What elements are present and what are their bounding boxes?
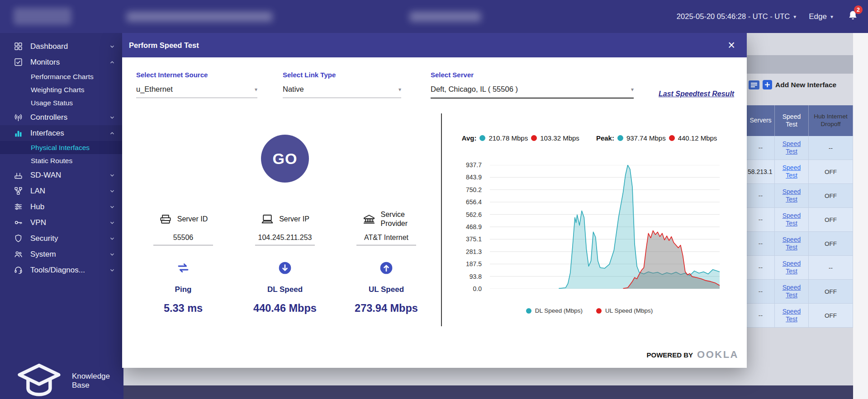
edge-selector[interactable]: Edge ▾ (809, 12, 833, 21)
chevron-down-icon: ▾ (631, 86, 634, 93)
edge-label: Edge (809, 12, 827, 21)
internet-source-select[interactable]: Select Internet Source u_Ethernet ▾ (136, 71, 257, 98)
redacted-device-text (127, 12, 272, 22)
speed-test-link[interactable]: Speed Test (780, 164, 803, 180)
avg-dl-value: 210.78 Mbps (489, 134, 528, 142)
speed-test-link[interactable]: Speed Test (780, 236, 803, 252)
chevron-down-icon (109, 172, 115, 178)
sidebar-item-weighting-charts[interactable]: Weighting Charts (0, 83, 123, 96)
ul-speed-block: UL Speed 273.94 Mbps (337, 261, 436, 315)
sidebar-item-dashboard[interactable]: Dashboard (0, 38, 123, 54)
table-row: -- Speed Test OFF (747, 208, 853, 232)
notifications-button[interactable]: 2 (847, 9, 859, 23)
sidebar-item-security[interactable]: Security (0, 230, 123, 246)
sidebar-item-label: Hub (30, 202, 44, 211)
sidebar-item-vpn[interactable]: VPN (0, 215, 123, 230)
speed-chart-svg (490, 165, 720, 289)
sidebar-item-static-routes[interactable]: Static Routes (0, 154, 123, 167)
dropoff-cell: OFF (809, 160, 853, 183)
y-tick-label: 750.2 (455, 186, 482, 194)
sidebar-item-lan[interactable]: LAN (0, 183, 123, 199)
sidebar-item-controllers[interactable]: Controllers (0, 109, 123, 125)
sidebar-item-label: Dashboard (30, 42, 68, 51)
sidebar: Dashboard Monitors Performance Charts We… (0, 33, 123, 399)
redacted-logo (14, 8, 71, 25)
scrollbar-track[interactable] (853, 33, 868, 399)
add-new-interface-label: Add New Interface (775, 81, 836, 89)
sidebar-item-label: LAN (30, 187, 45, 196)
speed-test-link[interactable]: Speed Test (780, 284, 803, 300)
sidebar-item-label: Interfaces (30, 129, 64, 138)
close-icon[interactable]: × (728, 39, 735, 52)
sliders-icon (14, 202, 23, 211)
server-select-label: Select Server (431, 71, 634, 79)
sidebar-item-interfaces[interactable]: Interfaces (0, 125, 123, 141)
server-icon (159, 212, 172, 226)
controllers-icon (14, 113, 23, 122)
link-type-value: Native ▾ (283, 85, 401, 98)
speed-test-link[interactable]: Speed Test (780, 308, 803, 324)
chart-stats: Avg: 210.78 Mbps 103.32 Mbps Peak: 937.7… (441, 134, 738, 142)
sidebar-item-monitors[interactable]: Monitors (0, 54, 123, 70)
ul-speed-value: 273.94 Mbps (355, 302, 418, 315)
server-ip-label: Server IP (279, 215, 309, 223)
server-select[interactable]: Select Server Deft, Chicago, IL ( 55506 … (431, 71, 634, 99)
speed-test-cell: Speed Test (775, 256, 809, 279)
sidebar-item-tools-diagnostics[interactable]: Tools/Diagnos... (0, 262, 123, 278)
vertical-divider (441, 113, 442, 326)
service-provider-label: Service Provider (381, 210, 411, 228)
redacted-device-text-2 (410, 12, 481, 22)
link-type-label: Select Link Type (283, 71, 401, 79)
legend-dl-label: DL Speed (Mbps) (535, 307, 583, 314)
sidebar-item-sdwan[interactable]: SD-WAN (0, 167, 123, 183)
chevron-down-icon: ▾ (793, 14, 796, 20)
last-speedtest-result-link[interactable]: Last Speedtest Result (659, 90, 734, 98)
ul-dot-icon (531, 135, 537, 141)
speed-test-link[interactable]: Speed Test (780, 188, 803, 204)
sidebar-item-physical-interfaces[interactable]: Physical Interfaces (0, 141, 123, 154)
sidebar-item-label: Knowledge Base (72, 372, 110, 390)
router-icon (14, 170, 23, 180)
speed-test-cell: Speed Test (775, 280, 809, 303)
dropoff-cell: -- (809, 136, 853, 160)
sidebar-item-usage-status[interactable]: Usage Status (0, 96, 123, 109)
speed-test-cell: Speed Test (775, 232, 809, 255)
chevron-down-icon (109, 43, 115, 50)
chevron-up-icon (109, 130, 115, 136)
speed-test-link[interactable]: Speed Test (780, 140, 803, 156)
ping-label: Ping (175, 285, 192, 294)
speed-test-cell: Speed Test (775, 208, 809, 231)
sidebar-item-label: SD-WAN (30, 171, 61, 180)
add-new-interface-button[interactable]: Add New Interface (749, 80, 836, 89)
chevron-up-icon (109, 59, 115, 66)
link-type-select[interactable]: Select Link Type Native ▾ (283, 71, 401, 98)
sidebar-item-system[interactable]: System (0, 246, 123, 262)
dl-dot-icon (617, 135, 623, 141)
users-icon (14, 249, 23, 259)
network-nodes-icon (14, 186, 23, 196)
dl-speed-value: 440.46 Mbps (253, 302, 317, 315)
speed-test-link[interactable]: Speed Test (780, 212, 803, 228)
sidebar-item-hub[interactable]: Hub (0, 199, 123, 215)
dropoff-cell: OFF (809, 184, 853, 207)
sidebar-item-performance-charts[interactable]: Performance Charts (0, 70, 123, 83)
sidebar-sub-label: Physical Interfaces (31, 144, 90, 152)
y-tick-label: 281.3 (455, 248, 482, 256)
powered-by-label: POWERED BY (647, 351, 693, 359)
sidebar-item-knowledge-base[interactable]: Knowledge Base (0, 372, 123, 390)
table-row: 58.213.1 Speed Test OFF (747, 160, 853, 184)
chevron-down-icon: ▾ (255, 86, 257, 93)
dl-speed-block: DL Speed 440.46 Mbps (235, 261, 335, 315)
speed-test-link[interactable]: Speed Test (780, 260, 803, 276)
service-provider-block: Service Provider AT&T Internet (337, 210, 436, 245)
datetime-selector[interactable]: 2025-05-20 05:46:28 - UTC - UTC ▾ (677, 12, 796, 21)
interfaces-table: Servers Speed Test Hub Internet Dropoff … (747, 105, 853, 328)
table-row: -- Speed Test OFF (747, 304, 853, 328)
dropoff-cell: OFF (809, 232, 853, 255)
ping-value: 5.33 ms (164, 302, 203, 315)
y-tick-label: 843.9 (455, 173, 482, 181)
column-header-hub-internet-dropoff: Hub Internet Dropoff (809, 105, 853, 136)
table-row: -- Speed Test -- (747, 256, 853, 280)
ping-block: Ping 5.33 ms (133, 261, 233, 315)
go-button[interactable]: GO (261, 135, 309, 183)
